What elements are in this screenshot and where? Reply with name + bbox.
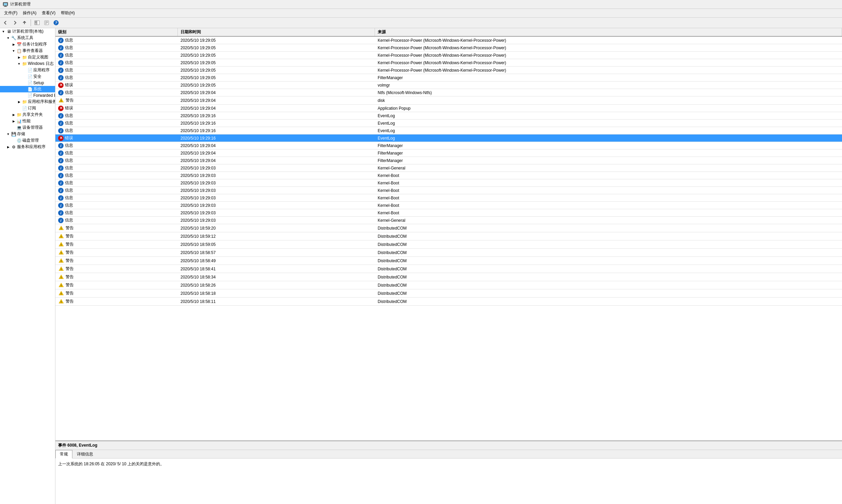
table-row[interactable]: i 信息2020/5/10 19:29:03Kernel-General [55,217,842,224]
table-row[interactable]: ! 警告2020/5/10 18:59:05DistributedCOM [55,240,842,249]
tree-application[interactable]: ▶ 📄 应用程序 [0,67,55,73]
custom-view-label: 自定义视图 [28,54,48,60]
event-level-cell: ! 警告 [55,96,178,104]
tree-security[interactable]: ▶ 📄 安全 [0,73,55,80]
system-tools-label: 系统工具 [17,35,33,41]
event-level-cell: i 信息 [55,127,178,134]
menu-file[interactable]: 文件(F) [1,10,20,17]
menu-help[interactable]: 帮助(H) [58,10,78,17]
detail-content: 上一次系统的 18:26:05 在 2020/ 5/ 10 上的关闭是意外的。 [55,458,842,504]
header-datetime[interactable]: 日期和时间 [178,28,375,36]
table-row[interactable]: ✕ 错误2020/5/10 19:29:16EventLog [55,134,842,142]
table-row[interactable]: ! 警告2020/5/10 18:59:20DistributedCOM [55,224,842,232]
tree-shared-folders[interactable]: ▶ 📁 共享文件夹 [0,111,55,118]
table-row[interactable]: ! 警告2020/5/10 18:58:57DistributedCOM [55,249,842,257]
performance-expander[interactable]: ▶ [11,119,16,124]
table-row[interactable]: ! 警告2020/5/10 18:58:49DistributedCOM [55,257,842,265]
event-level-cell: i 信息 [55,172,178,179]
svg-text:!: ! [61,227,62,230]
table-row[interactable]: i 信息2020/5/10 19:29:04Ntfs (Microsoft-Wi… [55,89,842,96]
up-button[interactable] [20,19,29,27]
table-row[interactable]: i 信息2020/5/10 19:29:04FilterManager [55,149,842,157]
help-button[interactable]: ? [52,19,60,27]
event-datetime-cell: 2020/5/10 19:29:16 [178,128,375,134]
tree-storage[interactable]: ▼ 💾 存储 [0,131,55,137]
table-row[interactable]: ! 警告2020/5/10 18:58:41DistributedCOM [55,265,842,273]
tree-setup[interactable]: ▶ 📄 Setup [0,80,55,86]
tree-forwarded[interactable]: ▶ 📄 Forwarded Even... [0,92,55,98]
table-row[interactable]: i 信息2020/5/10 19:29:03Kernel-Boot [55,209,842,217]
tree-disk-management[interactable]: ▶ 💿 磁盘管理 [0,137,55,144]
table-row[interactable]: ! 警告2020/5/10 18:58:18DistributedCOM [55,289,842,298]
tab-detail[interactable]: 详细信息 [72,450,98,458]
back-button[interactable] [1,19,10,27]
services-apps-expander[interactable]: ▶ [5,144,11,150]
table-row[interactable]: ! 警告2020/5/10 18:58:26DistributedCOM [55,281,842,289]
table-row[interactable]: i 信息2020/5/10 19:29:16EventLog [55,112,842,120]
table-row[interactable]: i 信息2020/5/10 19:29:05Kernel-Processor-P… [55,44,842,52]
event-source-cell: FilterManager [375,75,842,81]
menu-view[interactable]: 查看(V) [39,10,58,17]
table-row[interactable]: i 信息2020/5/10 19:29:03Kernel-Boot [55,187,842,194]
info-icon: i [58,45,64,51]
table-row[interactable]: i 信息2020/5/10 19:29:03Kernel-Boot [55,179,842,187]
tree-services-apps[interactable]: ▶ ⚙ 服务和应用程序 [0,144,55,150]
table-row[interactable]: i 信息2020/5/10 19:29:16EventLog [55,120,842,127]
storage-expander[interactable]: ▼ [5,131,11,137]
table-row[interactable]: i 信息2020/5/10 19:29:04FilterManager [55,142,842,149]
event-viewer-expander[interactable]: ▼ [11,48,16,54]
tree-app-service-log[interactable]: ▶ 📁 应用程序和服务日志 [0,98,55,105]
custom-view-expander[interactable]: ▶ [16,55,22,60]
show-hide-tree-button[interactable] [33,19,41,27]
table-row[interactable]: i 信息2020/5/10 19:29:03Kernel-General [55,164,842,172]
event-level-cell: i 信息 [55,179,178,186]
task-scheduler-expander[interactable]: ▶ [11,42,16,47]
table-row[interactable]: i 信息2020/5/10 19:29:03Kernel-Boot [55,194,842,202]
table-row[interactable]: i 信息2020/5/10 19:29:03Kernel-Boot [55,202,842,209]
event-source-cell: Kernel-General [375,217,842,223]
table-row[interactable]: ! 警告2020/5/10 18:59:12DistributedCOM [55,232,842,240]
tree-root[interactable]: ▼ 🖥 计算机管理(本地) [0,28,55,35]
header-source[interactable]: 来源 [375,28,842,36]
properties-button[interactable] [42,19,51,27]
table-row[interactable]: ! 警告2020/5/10 19:29:04disk [55,96,842,105]
table-row[interactable]: i 信息2020/5/10 19:29:03Kernel-Boot [55,172,842,179]
system-label: 系统 [33,86,41,92]
event-list[interactable]: i 信息2020/5/10 19:29:05Kernel-Processor-P… [55,37,842,440]
tree-subscription[interactable]: ▶ 📄 订阅 [0,105,55,111]
tree-system[interactable]: ▶ 📄 系统 [0,86,55,92]
table-row[interactable]: i 信息2020/5/10 19:29:04FilterManager [55,157,842,164]
event-level-cell: ! 警告 [55,265,178,273]
table-row[interactable]: i 信息2020/5/10 19:29:05Kernel-Processor-P… [55,37,842,44]
tab-general[interactable]: 常规 [55,450,72,458]
windows-log-expander[interactable]: ▼ [16,61,22,67]
table-row[interactable]: i 信息2020/5/10 19:29:05Kernel-Processor-P… [55,67,842,74]
menu-action[interactable]: 操作(A) [20,10,39,17]
shared-folders-expander[interactable]: ▶ [11,112,16,118]
table-row[interactable]: i 信息2020/5/10 19:29:05FilterManager [55,74,842,82]
app-service-log-expander[interactable]: ▶ [16,99,22,105]
left-panel[interactable]: ▼ 🖥 计算机管理(本地) ▼ 🔧 系统工具 ▶ 📅 任务计划程序 ▼ 📋 事件… [0,28,55,504]
tree-task-scheduler[interactable]: ▶ 📅 任务计划程序 [0,41,55,48]
svg-rect-1 [4,3,7,5]
table-row[interactable]: ✕ 错误2020/5/10 19:29:04Application Popup [55,105,842,112]
table-row[interactable]: ! 警告2020/5/10 18:58:11DistributedCOM [55,298,842,306]
forward-button[interactable] [11,19,19,27]
tree-device-manager[interactable]: ▶ 💻 设备管理器 [0,124,55,131]
tree-performance[interactable]: ▶ 📊 性能 [0,118,55,124]
tree-custom-view[interactable]: ▶ 📁 自定义视图 [0,54,55,60]
header-level[interactable]: 级别 [55,28,178,36]
tree-system-tools[interactable]: ▼ 🔧 系统工具 [0,35,55,41]
table-row[interactable]: i 信息2020/5/10 19:29:05Kernel-Processor-P… [55,59,842,67]
event-datetime-cell: 2020/5/10 19:29:05 [178,45,375,51]
tree-windows-log[interactable]: ▼ 📁 Windows 日志 [0,60,55,67]
tree-event-viewer[interactable]: ▼ 📋 事件查看器 [0,48,55,54]
services-apps-icon: ⚙ [11,144,16,150]
system-tools-expander[interactable]: ▼ [5,35,11,41]
table-row[interactable]: i 信息2020/5/10 19:29:05Kernel-Processor-P… [55,52,842,59]
event-datetime-cell: 2020/5/10 19:29:03 [178,195,375,201]
table-row[interactable]: ! 警告2020/5/10 18:58:34DistributedCOM [55,273,842,281]
table-row[interactable]: i 信息2020/5/10 19:29:16EventLog [55,127,842,134]
root-expander[interactable]: ▼ [1,29,6,34]
table-row[interactable]: ✕ 错误2020/5/10 19:29:05volmgr [55,82,842,89]
